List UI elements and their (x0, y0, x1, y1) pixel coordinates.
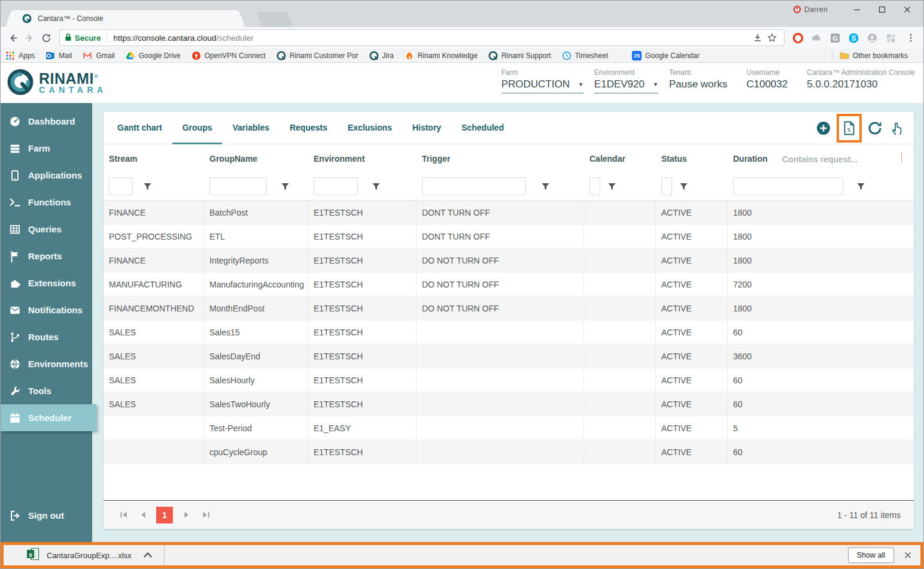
page-number-current[interactable]: 1 (156, 507, 173, 523)
forward-icon[interactable] (21, 29, 38, 46)
ext-generic-icon[interactable] (865, 31, 879, 45)
back-icon[interactable] (4, 29, 21, 46)
funnel-icon[interactable] (542, 183, 549, 190)
sidebar-item[interactable]: Extensions (1, 270, 92, 296)
minimize-button[interactable] (847, 2, 867, 17)
column-header-trigger[interactable]: Trigger (417, 144, 584, 172)
bookmark-item[interactable]: Jira (369, 51, 394, 60)
ext-g-icon[interactable]: G (828, 31, 842, 45)
sidebar-item[interactable]: Functions (1, 189, 92, 216)
download-bar-close-icon[interactable] (904, 551, 912, 559)
table-row[interactable]: MANUFACTURING ManufacturingAccounting E1… (104, 273, 914, 296)
scheduler-tab[interactable]: Groups (172, 112, 223, 144)
bookmark-item[interactable]: Apps (5, 51, 35, 60)
bookmark-item[interactable]: Mail (45, 51, 72, 60)
browser-tab[interactable]: Cantara™ - Console (14, 10, 236, 27)
scheduler-tab[interactable]: History (402, 112, 451, 144)
scheduler-tab[interactable]: Scheduled (451, 112, 514, 144)
field-value[interactable]: PRODUCTION▼ (501, 78, 583, 93)
maximize-button[interactable] (872, 2, 892, 17)
bookmark-item[interactable]: Rinami Support (488, 51, 551, 60)
sidebar-item[interactable]: Routes (1, 323, 92, 350)
funnel-icon[interactable] (608, 183, 616, 190)
column-header-duration[interactable]: DurationContains request... (728, 144, 914, 172)
bookmark-item[interactable]: 25 Google Calendar (619, 51, 700, 60)
column-resize-handle[interactable] (901, 153, 902, 162)
address-bar[interactable]: Secure https://console.cantara.cloud/sch… (59, 29, 785, 46)
page-prev-icon[interactable] (136, 509, 150, 522)
bookmark-item[interactable]: Gmail (83, 51, 114, 60)
page-next-icon[interactable] (180, 509, 193, 522)
show-all-button[interactable]: Show all (848, 547, 894, 563)
download-item[interactable]: x CantaraGroupExp....xlsx (4, 545, 164, 565)
table-row[interactable]: SALES SalesDayEnd E1TESTSCH ACTIVE 3600 (104, 344, 914, 368)
column-header-status[interactable]: Status (656, 144, 728, 172)
close-window-button[interactable] (897, 2, 917, 17)
reload-icon[interactable] (38, 29, 54, 46)
status-filter-input[interactable] (661, 177, 672, 195)
bookmark-item[interactable]: Google Drive (126, 51, 181, 60)
field-value[interactable]: 5.0.0.20171030 (807, 78, 915, 93)
column-header-environment[interactable]: Environment (308, 144, 417, 172)
bookmark-item[interactable]: Rinami Customer Por (276, 51, 358, 60)
sidebar-item[interactable]: Applications (1, 162, 92, 189)
sidebar-item[interactable]: Reports (1, 243, 92, 270)
scheduler-tab[interactable]: Exclusions (338, 112, 402, 144)
sidebar-item[interactable]: Farm (1, 135, 92, 162)
sidebar-item[interactable]: Dashboard (1, 108, 92, 135)
bookmark-star-icon[interactable] (765, 31, 779, 45)
refresh-icon[interactable] (867, 120, 883, 137)
duration-filter-input[interactable] (733, 177, 843, 195)
table-row[interactable]: SALES SalesHourly E1TESTSCH ACTIVE 60 (104, 368, 914, 392)
sidebar-item[interactable]: Notifications (1, 296, 92, 323)
field-value[interactable]: C100032 (746, 78, 796, 93)
groupname-filter-input[interactable] (209, 177, 267, 195)
ext-cloud-icon[interactable] (809, 31, 823, 45)
new-tab-button[interactable] (256, 12, 293, 27)
tab-close-icon[interactable] (228, 14, 230, 23)
ext-skype-icon[interactable]: S (846, 31, 861, 45)
scheduler-tab[interactable]: Gantt chart (107, 112, 172, 144)
bookmark-item[interactable]: OpenVPN Connect (192, 51, 266, 60)
bookmark-item[interactable]: Rinami Knowledge (405, 51, 478, 60)
funnel-icon[interactable] (680, 183, 688, 190)
table-row[interactable]: POST_PROCESSING ETL E1TESTSCH DONT TURN … (104, 225, 914, 249)
ext-puzzle-icon[interactable] (883, 31, 898, 45)
table-row[interactable]: FINANCE IntegrityReports E1TESTSCH DO NO… (104, 249, 914, 273)
trigger-filter-input[interactable] (422, 177, 526, 195)
sign-out-button[interactable]: Sign out (1, 502, 92, 529)
table-row[interactable]: SALES Sales15 E1TESTSCH ACTIVE 60 (104, 320, 914, 344)
funnel-icon[interactable] (372, 183, 380, 190)
scheduler-tab[interactable]: Requests (279, 112, 338, 144)
table-row[interactable]: FINANCE BatchPost E1TESTSCH DONT TURN OF… (104, 201, 914, 225)
environment-filter-input[interactable] (314, 177, 358, 195)
table-row[interactable]: FINANCEMONTHEND MonthEndPost E1TESTSCH D… (104, 296, 914, 320)
table-row[interactable]: Test-Period E1_EASY ACTIVE 5 (104, 416, 914, 440)
sidebar-item[interactable]: Queries (1, 216, 92, 243)
funnel-icon[interactable] (857, 183, 865, 190)
column-header-stream[interactable]: Stream (104, 144, 204, 172)
caret-up-icon[interactable] (141, 549, 154, 562)
calendar-filter-input[interactable] (589, 177, 600, 195)
scheduler-tab[interactable]: Variables (222, 112, 279, 144)
table-row[interactable]: SALES SalesTwoHourly E1TESTSCH ACTIVE 60 (104, 392, 914, 416)
sidebar-item[interactable]: Environments (1, 350, 92, 377)
pointer-icon[interactable] (889, 120, 905, 137)
sidebar-item[interactable]: Scheduler (1, 404, 96, 431)
page-last-icon[interactable] (199, 509, 212, 522)
secure-indicator[interactable]: Secure (65, 33, 101, 43)
menu-dots-icon[interactable] (904, 33, 917, 43)
page-first-icon[interactable] (117, 509, 130, 522)
field-value[interactable]: E1DEV920▼ (594, 78, 658, 93)
field-value[interactable]: Pause works (669, 78, 735, 93)
table-row[interactable]: cpuCycleGroup E1TESTSCH ACTIVE 60 (104, 440, 914, 464)
bookmark-item[interactable]: Timesheet (562, 51, 609, 60)
excel-export-icon[interactable]: x (841, 120, 858, 137)
stream-filter-input[interactable] (109, 177, 133, 195)
profile-chip[interactable]: Darren (793, 5, 828, 14)
funnel-icon[interactable] (144, 183, 151, 190)
column-header-calendar[interactable]: Calendar (584, 144, 656, 172)
column-header-groupname[interactable]: GroupName (204, 144, 308, 172)
download-arrow-icon[interactable] (750, 31, 765, 45)
funnel-icon[interactable] (281, 183, 289, 190)
